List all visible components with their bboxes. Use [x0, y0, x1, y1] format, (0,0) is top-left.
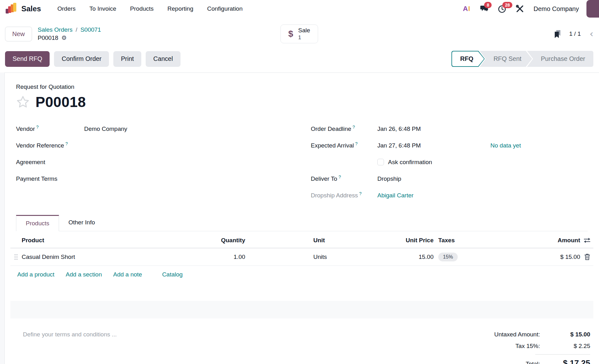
- breadcrumb-sales-orders[interactable]: Sales Orders: [38, 26, 73, 33]
- breadcrumb: Sales Orders / S00071 P00018 ⚙: [38, 26, 101, 41]
- header-unit-price[interactable]: Unit Price: [386, 237, 434, 244]
- activities-icon[interactable]: 28: [498, 5, 506, 13]
- untaxed-amount-value: $ 15.00: [540, 331, 590, 338]
- total-value: $ 17.25: [540, 358, 590, 364]
- favorite-star-icon[interactable]: [16, 95, 30, 109]
- new-button[interactable]: New: [5, 27, 32, 41]
- main-menu: Orders To Invoice Products Reporting Con…: [57, 5, 243, 12]
- notebook-tabs: Products Other Info: [16, 215, 588, 231]
- agreement-label: Agreement: [16, 159, 84, 166]
- smart-button-label: Sale: [298, 27, 310, 34]
- field-order-deadline: Order Deadline? Jan 26, 6:48 PM: [311, 120, 588, 137]
- header-unit[interactable]: Unit: [313, 237, 386, 244]
- add-note-link[interactable]: Add a note: [113, 271, 142, 278]
- field-expected-arrival: Expected Arrival? Jan 27, 6:48 PM No dat…: [311, 137, 588, 154]
- tab-other-info[interactable]: Other Info: [59, 215, 105, 231]
- pager-count: 1 / 1: [569, 30, 581, 37]
- vendor-reference-label: Vendor Reference: [16, 142, 64, 149]
- menu-item-configuration[interactable]: Configuration: [207, 5, 243, 12]
- deliver-to-label: Deliver To: [311, 175, 337, 182]
- add-section-link[interactable]: Add a section: [66, 271, 102, 278]
- header-quantity[interactable]: Quantity: [186, 237, 245, 244]
- form-sheet: Request for Quotation P00018 Vendor? Dem…: [4, 72, 599, 364]
- empty-row: [10, 301, 593, 318]
- drag-handle-icon[interactable]: [10, 254, 22, 260]
- send-rfq-button[interactable]: Send RFQ: [5, 51, 50, 67]
- deliver-to-value[interactable]: Dropship: [377, 175, 401, 182]
- content-area: Request for Quotation P00018 Vendor? Dem…: [0, 72, 599, 364]
- messages-icon[interactable]: 8: [480, 5, 488, 13]
- expected-arrival-label: Expected Arrival: [311, 142, 354, 149]
- sale-smart-button[interactable]: $ Sale 1: [280, 24, 318, 43]
- add-product-link[interactable]: Add a product: [17, 271, 54, 278]
- table-header-row: Product Quantity Unit Unit Price Taxes A…: [10, 233, 593, 248]
- ai-letter-i: I: [468, 5, 470, 13]
- smart-button-count: 1: [298, 35, 310, 41]
- header-product[interactable]: Product: [22, 237, 186, 244]
- company-switcher[interactable]: Demo Company: [533, 5, 579, 13]
- help-tooltip[interactable]: ?: [338, 174, 341, 179]
- order-deadline-value[interactable]: Jan 26, 6:48 PM: [377, 126, 421, 132]
- expected-arrival-value[interactable]: Jan 27, 6:48 PM: [377, 142, 421, 149]
- tax-badge[interactable]: 15%: [438, 253, 458, 261]
- dropship-address-value[interactable]: Abigail Carter: [377, 192, 413, 199]
- vendor-label: Vendor: [16, 126, 35, 132]
- header-amount[interactable]: Amount: [488, 237, 580, 244]
- help-tooltip[interactable]: ?: [355, 141, 358, 146]
- cell-unit-price[interactable]: 15.00: [386, 254, 434, 260]
- app-logo-icon[interactable]: [6, 3, 17, 14]
- vendor-value[interactable]: Demo Company: [84, 126, 127, 132]
- ai-icon[interactable]: AI: [463, 5, 470, 13]
- help-tooltip[interactable]: ?: [353, 125, 355, 130]
- menu-item-orders[interactable]: Orders: [57, 5, 76, 12]
- status-step-purchase-order[interactable]: Purchase Order: [527, 51, 593, 67]
- tools-icon[interactable]: [516, 5, 524, 13]
- column-options-icon[interactable]: [584, 237, 591, 244]
- top-navbar: Sales Orders To Invoice Products Reporti…: [0, 0, 599, 18]
- field-vendor: Vendor? Demo Company: [16, 120, 311, 137]
- status-step-rfq-label: RFQ: [452, 51, 484, 66]
- breadcrumb-s00071[interactable]: S00071: [80, 26, 101, 33]
- cell-unit[interactable]: Units: [313, 254, 386, 260]
- cell-amount: $ 15.00: [488, 254, 580, 260]
- user-avatar[interactable]: [586, 0, 599, 18]
- settings-gear-icon[interactable]: ⚙: [62, 34, 67, 41]
- help-tooltip[interactable]: ?: [65, 141, 68, 146]
- menu-item-reporting[interactable]: Reporting: [167, 5, 193, 12]
- bookmark-icon[interactable]: [553, 30, 560, 38]
- help-tooltip[interactable]: ?: [359, 191, 362, 196]
- cell-quantity[interactable]: 1.00: [186, 254, 245, 260]
- breadcrumb-separator: /: [76, 26, 77, 33]
- catalog-link[interactable]: Catalog: [162, 271, 183, 278]
- cell-product[interactable]: Casual Denim Short: [22, 254, 186, 260]
- activities-badge: 28: [502, 2, 512, 8]
- status-step-rfq-sent[interactable]: RFQ Sent: [480, 51, 532, 67]
- cancel-button[interactable]: Cancel: [146, 51, 180, 67]
- empty-row: [10, 283, 593, 301]
- breadcrumb-current: P00018: [38, 35, 58, 41]
- menu-item-products[interactable]: Products: [130, 5, 154, 12]
- dollar-icon: $: [288, 29, 293, 39]
- help-tooltip[interactable]: ?: [36, 125, 39, 130]
- status-step-rfq[interactable]: RFQ: [451, 51, 485, 67]
- delete-row-icon[interactable]: [584, 254, 590, 260]
- form-subtitle: Request for Quotation: [16, 83, 588, 90]
- header-taxes[interactable]: Taxes: [434, 237, 488, 244]
- ask-confirmation-checkbox[interactable]: [377, 159, 384, 165]
- menu-item-to-invoice[interactable]: To Invoice: [89, 5, 116, 12]
- pager-previous-icon[interactable]: ‹: [590, 31, 593, 37]
- order-lines-table: Product Quantity Unit Unit Price Taxes A…: [10, 233, 593, 318]
- terms-placeholder[interactable]: Define your terms and conditions ...: [23, 331, 117, 338]
- payment-terms-label: Payment Terms: [16, 175, 84, 182]
- order-line-row[interactable]: Casual Denim Short 1.00 Units 15.00 15% …: [10, 248, 593, 266]
- table-footer-links: Add a product Add a section Add a note C…: [10, 266, 593, 283]
- tab-products[interactable]: Products: [16, 215, 59, 231]
- confirm-order-button[interactable]: Confirm Order: [54, 51, 109, 67]
- print-button[interactable]: Print: [113, 51, 141, 67]
- no-data-yet-link[interactable]: No data yet: [490, 142, 521, 149]
- untaxed-amount-label: Untaxed Amount:: [494, 331, 540, 338]
- app-name[interactable]: Sales: [21, 4, 41, 13]
- control-panel: New Sales Orders / S00071 P00018 ⚙ $ Sal…: [0, 18, 599, 72]
- field-deliver-to: Deliver To? Dropship: [311, 170, 588, 187]
- page-title[interactable]: P00018: [35, 94, 86, 110]
